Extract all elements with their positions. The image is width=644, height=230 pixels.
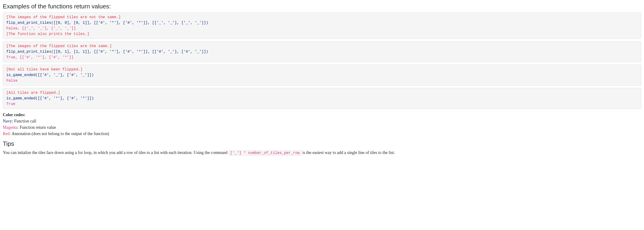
- code-block: [The images of the flipped tiles are the…: [3, 41, 641, 62]
- code-block: [Not all tiles have been flipped.] is_ga…: [3, 65, 641, 86]
- tips-suffix: is the easiest way to add a single line …: [302, 150, 395, 155]
- code-line: False, [['_', '_'], ['_', '_']]: [6, 26, 76, 30]
- color-codes-title: Color codes:: [3, 113, 25, 117]
- code-line: [The images of the flipped tiles are not…: [6, 15, 121, 19]
- color-code-magenta-desc: Function return value: [19, 125, 56, 130]
- color-code-magenta-label: Magenta:: [3, 125, 19, 130]
- examples-heading: Examples of the functions return values:: [3, 3, 641, 10]
- color-code-red-desc: Annotation (does not belong to the outpu…: [11, 131, 109, 136]
- code-line: [Not all tiles have been flipped.]: [6, 67, 82, 72]
- code-line: flip_and_print_tiles([[0, 1], [1, 1]], […: [6, 50, 208, 54]
- code-block: [The images of the flipped tiles are not…: [3, 12, 641, 39]
- code-line: [The function also prints the tiles.]: [6, 32, 89, 36]
- tips-body: You can intialize the tiles face down us…: [3, 149, 641, 156]
- code-line: [The images of the flipped tiles are the…: [6, 44, 112, 48]
- code-line: False: [6, 79, 18, 83]
- code-blocks-container: [The images of the flipped tiles are not…: [3, 12, 641, 109]
- code-line: is_game_ended([['#', '_'], ['#', '_']]): [6, 73, 94, 77]
- code-line: [All tiles are flipped.]: [6, 91, 60, 95]
- color-code-navy-desc: Function call: [13, 119, 36, 123]
- tips-heading: Tips: [3, 140, 641, 147]
- code-line: True: [6, 102, 15, 106]
- tips-inline-code: ['_'] * number_of_tiles_per_row: [228, 150, 302, 156]
- color-code-navy-label: Navy:: [3, 119, 13, 123]
- color-code-red-label: Red:: [3, 131, 11, 136]
- color-codes-section: Color codes: Navy: Function call Magenta…: [3, 112, 641, 137]
- tips-prefix: You can intialize the tiles face down us…: [3, 150, 228, 155]
- code-line: is_game_ended([['#', '*'], ['#', '*']]): [6, 96, 94, 101]
- code-block: [All tiles are flipped.] is_game_ended([…: [3, 88, 641, 109]
- code-line: flip_and_print_tiles([[0, 0], [0, 1]], […: [6, 21, 208, 25]
- code-line: True, [['#', '*'], ['#', '*']]: [6, 55, 74, 59]
